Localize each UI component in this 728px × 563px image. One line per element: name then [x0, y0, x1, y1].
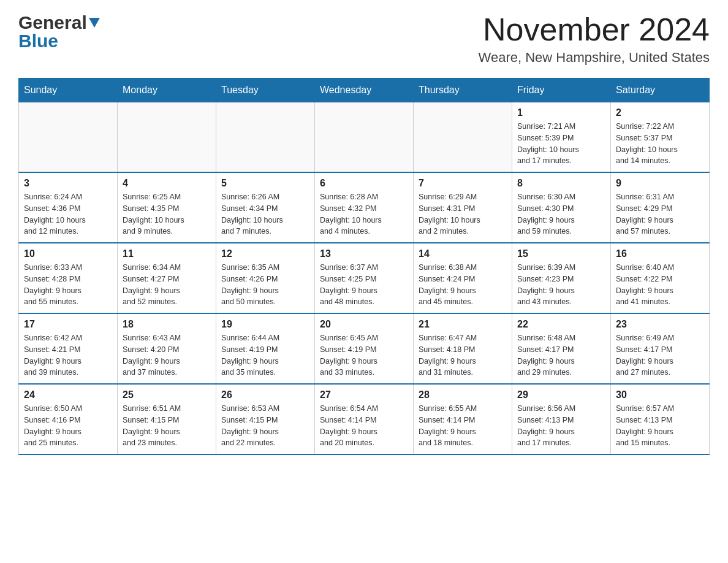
- calendar-cell: 27Sunrise: 6:54 AMSunset: 4:14 PMDayligh…: [315, 384, 414, 454]
- day-number: 6: [320, 178, 408, 189]
- calendar-body: 1Sunrise: 7:21 AMSunset: 5:39 PMDaylight…: [19, 102, 710, 455]
- calendar-table: SundayMondayTuesdayWednesdayThursdayFrid…: [18, 78, 710, 455]
- calendar-cell: 29Sunrise: 6:56 AMSunset: 4:13 PMDayligh…: [512, 384, 611, 454]
- day-number: 23: [616, 319, 704, 330]
- calendar-cell: 14Sunrise: 6:38 AMSunset: 4:24 PMDayligh…: [414, 243, 512, 313]
- day-number: 4: [123, 178, 211, 189]
- logo-triangle-icon: [89, 18, 100, 30]
- day-number: 5: [221, 178, 309, 189]
- day-info: Sunrise: 6:57 AMSunset: 4:13 PMDaylight:…: [616, 403, 704, 449]
- calendar-cell: 20Sunrise: 6:45 AMSunset: 4:19 PMDayligh…: [315, 313, 414, 384]
- calendar-cell: 16Sunrise: 6:40 AMSunset: 4:22 PMDayligh…: [611, 243, 710, 313]
- day-info: Sunrise: 6:47 AMSunset: 4:18 PMDaylight:…: [419, 332, 507, 378]
- calendar-cell: 7Sunrise: 6:29 AMSunset: 4:31 PMDaylight…: [414, 172, 512, 243]
- day-info: Sunrise: 6:28 AMSunset: 4:32 PMDaylight:…: [320, 191, 408, 237]
- day-info: Sunrise: 6:56 AMSunset: 4:13 PMDaylight:…: [517, 403, 605, 449]
- calendar-cell: 15Sunrise: 6:39 AMSunset: 4:23 PMDayligh…: [512, 243, 611, 313]
- day-info: Sunrise: 6:40 AMSunset: 4:22 PMDaylight:…: [616, 262, 704, 308]
- logo-blue-text: Blue: [18, 31, 58, 52]
- day-number: 9: [616, 178, 704, 189]
- calendar-cell: 4Sunrise: 6:25 AMSunset: 4:35 PMDaylight…: [118, 172, 216, 243]
- day-of-week-header: Friday: [512, 79, 611, 102]
- day-info: Sunrise: 6:43 AMSunset: 4:20 PMDaylight:…: [123, 332, 211, 378]
- calendar-cell: [118, 102, 216, 173]
- day-info: Sunrise: 6:34 AMSunset: 4:27 PMDaylight:…: [123, 262, 211, 308]
- calendar-week-row: 24Sunrise: 6:50 AMSunset: 4:16 PMDayligh…: [19, 384, 710, 454]
- day-of-week-header: Thursday: [414, 79, 512, 102]
- calendar-week-row: 1Sunrise: 7:21 AMSunset: 5:39 PMDaylight…: [19, 102, 710, 173]
- day-number: 15: [517, 248, 605, 259]
- calendar-cell: [19, 102, 118, 173]
- calendar-cell: 23Sunrise: 6:49 AMSunset: 4:17 PMDayligh…: [611, 313, 710, 384]
- day-number: 29: [517, 389, 605, 400]
- logo: General Blue: [18, 12, 100, 52]
- calendar-cell: 5Sunrise: 6:26 AMSunset: 4:34 PMDaylight…: [216, 172, 315, 243]
- day-info: Sunrise: 6:30 AMSunset: 4:30 PMDaylight:…: [517, 191, 605, 237]
- day-number: 7: [419, 178, 507, 189]
- calendar-cell: 2Sunrise: 7:22 AMSunset: 5:37 PMDaylight…: [611, 102, 710, 173]
- calendar-week-row: 17Sunrise: 6:42 AMSunset: 4:21 PMDayligh…: [19, 313, 710, 384]
- day-number: 13: [320, 248, 408, 259]
- logo-general-text: General: [18, 12, 87, 33]
- page-header: General Blue November 2024 Weare, New Ha…: [18, 12, 710, 66]
- day-number: 30: [616, 389, 704, 400]
- day-number: 3: [24, 178, 112, 189]
- day-info: Sunrise: 7:22 AMSunset: 5:37 PMDaylight:…: [616, 121, 704, 167]
- day-info: Sunrise: 6:29 AMSunset: 4:31 PMDaylight:…: [419, 191, 507, 237]
- day-info: Sunrise: 6:51 AMSunset: 4:15 PMDaylight:…: [123, 403, 211, 449]
- day-info: Sunrise: 6:49 AMSunset: 4:17 PMDaylight:…: [616, 332, 704, 378]
- day-number: 21: [419, 319, 507, 330]
- day-number: 1: [517, 107, 605, 118]
- day-info: Sunrise: 6:37 AMSunset: 4:25 PMDaylight:…: [320, 262, 408, 308]
- day-number: 11: [123, 248, 211, 259]
- day-number: 26: [221, 389, 309, 400]
- day-number: 8: [517, 178, 605, 189]
- calendar-week-row: 10Sunrise: 6:33 AMSunset: 4:28 PMDayligh…: [19, 243, 710, 313]
- day-number: 12: [221, 248, 309, 259]
- calendar-cell: 30Sunrise: 6:57 AMSunset: 4:13 PMDayligh…: [611, 384, 710, 454]
- calendar-cell: 12Sunrise: 6:35 AMSunset: 4:26 PMDayligh…: [216, 243, 315, 313]
- calendar-cell: 26Sunrise: 6:53 AMSunset: 4:15 PMDayligh…: [216, 384, 315, 454]
- day-info: Sunrise: 6:54 AMSunset: 4:14 PMDaylight:…: [320, 403, 408, 449]
- day-info: Sunrise: 7:21 AMSunset: 5:39 PMDaylight:…: [517, 121, 605, 167]
- calendar-cell: [414, 102, 512, 173]
- calendar-cell: 22Sunrise: 6:48 AMSunset: 4:17 PMDayligh…: [512, 313, 611, 384]
- day-number: 17: [24, 319, 112, 330]
- calendar-cell: 18Sunrise: 6:43 AMSunset: 4:20 PMDayligh…: [118, 313, 216, 384]
- location-label: Weare, New Hampshire, United States: [479, 50, 710, 66]
- day-number: 27: [320, 389, 408, 400]
- day-info: Sunrise: 6:26 AMSunset: 4:34 PMDaylight:…: [221, 191, 309, 237]
- calendar-header: SundayMondayTuesdayWednesdayThursdayFrid…: [19, 79, 710, 102]
- title-block: November 2024 Weare, New Hampshire, Unit…: [479, 12, 710, 66]
- calendar-cell: 6Sunrise: 6:28 AMSunset: 4:32 PMDaylight…: [315, 172, 414, 243]
- day-number: 28: [419, 389, 507, 400]
- day-info: Sunrise: 6:25 AMSunset: 4:35 PMDaylight:…: [123, 191, 211, 237]
- day-info: Sunrise: 6:38 AMSunset: 4:24 PMDaylight:…: [419, 262, 507, 308]
- day-info: Sunrise: 6:44 AMSunset: 4:19 PMDaylight:…: [221, 332, 309, 378]
- day-number: 20: [320, 319, 408, 330]
- day-of-week-header: Sunday: [19, 79, 118, 102]
- day-number: 10: [24, 248, 112, 259]
- calendar-cell: 13Sunrise: 6:37 AMSunset: 4:25 PMDayligh…: [315, 243, 414, 313]
- day-info: Sunrise: 6:42 AMSunset: 4:21 PMDaylight:…: [24, 332, 112, 378]
- calendar-cell: 28Sunrise: 6:55 AMSunset: 4:14 PMDayligh…: [414, 384, 512, 454]
- day-info: Sunrise: 6:50 AMSunset: 4:16 PMDaylight:…: [24, 403, 112, 449]
- day-info: Sunrise: 6:24 AMSunset: 4:36 PMDaylight:…: [24, 191, 112, 237]
- calendar-cell: 8Sunrise: 6:30 AMSunset: 4:30 PMDaylight…: [512, 172, 611, 243]
- day-number: 24: [24, 389, 112, 400]
- day-number: 19: [221, 319, 309, 330]
- day-info: Sunrise: 6:31 AMSunset: 4:29 PMDaylight:…: [616, 191, 704, 237]
- day-info: Sunrise: 6:53 AMSunset: 4:15 PMDaylight:…: [221, 403, 309, 449]
- day-number: 2: [616, 107, 704, 118]
- month-year-title: November 2024: [479, 12, 710, 47]
- calendar-cell: 1Sunrise: 7:21 AMSunset: 5:39 PMDaylight…: [512, 102, 611, 173]
- day-info: Sunrise: 6:55 AMSunset: 4:14 PMDaylight:…: [419, 403, 507, 449]
- day-info: Sunrise: 6:45 AMSunset: 4:19 PMDaylight:…: [320, 332, 408, 378]
- day-info: Sunrise: 6:39 AMSunset: 4:23 PMDaylight:…: [517, 262, 605, 308]
- day-number: 22: [517, 319, 605, 330]
- day-number: 14: [419, 248, 507, 259]
- day-info: Sunrise: 6:35 AMSunset: 4:26 PMDaylight:…: [221, 262, 309, 308]
- calendar-cell: 24Sunrise: 6:50 AMSunset: 4:16 PMDayligh…: [19, 384, 118, 454]
- day-of-week-header: Monday: [118, 79, 216, 102]
- day-number: 18: [123, 319, 211, 330]
